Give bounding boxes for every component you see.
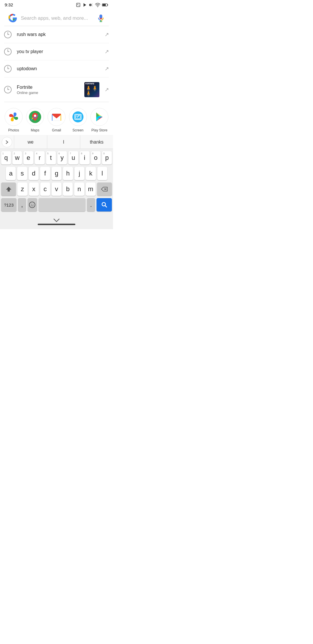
- keyboard-row-2: a s d f g h j k l: [1, 167, 112, 180]
- suggestion-title-4: Fortnite: [17, 85, 81, 90]
- suggestion-text-4: Fortnite Online game: [17, 85, 81, 95]
- svg-line-29: [105, 206, 107, 207]
- key-e[interactable]: 3e: [23, 151, 33, 164]
- suggestion-title-1: rush wars apk: [17, 32, 102, 37]
- app-item-maps[interactable]: Maps: [26, 108, 44, 132]
- suggestion-item-2[interactable]: you tv player ↗: [4, 43, 109, 60]
- svg-rect-7: [107, 4, 108, 5]
- fortnite-thumbnail: FORTNITE 🧍🧍🧍: [84, 82, 99, 97]
- key-k[interactable]: k: [86, 167, 96, 180]
- key-o[interactable]: 9o: [91, 151, 101, 164]
- period-key[interactable]: .: [87, 198, 95, 211]
- playstore-app-label: Play Store: [91, 128, 107, 132]
- app-item-screen[interactable]: Screen: [69, 108, 87, 132]
- word-suggestion-thanks[interactable]: thanks: [80, 135, 113, 149]
- svg-point-26: [31, 204, 32, 205]
- screen-app-label: Screen: [72, 128, 83, 132]
- key-x[interactable]: x: [29, 182, 39, 196]
- key-j[interactable]: j: [74, 167, 84, 180]
- emoji-key[interactable]: [28, 198, 37, 211]
- google-logo: [8, 14, 17, 23]
- history-icon-2: [4, 48, 12, 55]
- playstore-app-icon: [90, 108, 108, 126]
- suggestion-item-3[interactable]: uptodown ↗: [4, 60, 109, 77]
- svg-point-25: [29, 202, 35, 208]
- mic-icon[interactable]: [97, 14, 105, 22]
- word-suggestion-we[interactable]: we: [14, 135, 47, 149]
- status-icons: [76, 3, 108, 7]
- keyboard-hide-button[interactable]: [53, 217, 60, 222]
- history-icon-1: [4, 31, 12, 38]
- app-item-photos[interactable]: Photos: [5, 108, 23, 132]
- key-g[interactable]: g: [52, 167, 61, 180]
- emoji-icon: [29, 201, 36, 208]
- key-v[interactable]: v: [52, 182, 61, 196]
- key-f[interactable]: f: [40, 167, 50, 180]
- wifi-icon: [95, 3, 100, 7]
- home-indicator[interactable]: [38, 224, 75, 225]
- key-u[interactable]: 7u: [68, 151, 78, 164]
- key-i[interactable]: 8i: [80, 151, 90, 164]
- word-suggestions-bar: we I thanks: [0, 135, 113, 149]
- key-rows: 1q 2w 3e 4r 5t 6y 7u 8i 9o 0p a s d f g …: [0, 149, 113, 215]
- suggestion-item-1[interactable]: rush wars apk ↗: [4, 26, 109, 43]
- keyboard-row-3: z x c v b n m: [1, 182, 112, 196]
- key-h[interactable]: h: [63, 167, 73, 180]
- key-a[interactable]: a: [6, 167, 16, 180]
- word-suggestion-i[interactable]: I: [47, 135, 80, 149]
- play-status-icon: [82, 3, 87, 7]
- key-n[interactable]: n: [74, 182, 84, 196]
- suggestion-item-4[interactable]: Fortnite Online game FORTNITE 🧍🧍🧍 ↗: [4, 77, 109, 102]
- space-key[interactable]: [39, 198, 85, 211]
- key-q[interactable]: 1q: [1, 151, 11, 164]
- suggestion-subtitle-4: Online game: [17, 91, 81, 95]
- key-z[interactable]: z: [17, 182, 27, 196]
- photos-icon-svg: [8, 111, 19, 123]
- app-item-gmail[interactable]: Gmail: [48, 108, 65, 132]
- word-suggestions-list: we I thanks: [14, 135, 113, 149]
- search-key-icon: [101, 201, 108, 208]
- search-key[interactable]: [97, 198, 112, 211]
- svg-point-11: [34, 115, 36, 117]
- history-icon-4: [4, 86, 12, 93]
- shift-key[interactable]: [1, 182, 16, 196]
- svg-rect-6: [103, 4, 106, 6]
- comma-key[interactable]: ,: [18, 198, 26, 211]
- keyboard-bottom-row: ?123 , .: [1, 198, 112, 211]
- arrow-icon-1: ↗: [105, 31, 109, 38]
- gmail-icon-svg: [51, 111, 62, 122]
- backspace-key[interactable]: [97, 182, 112, 196]
- backspace-icon: [101, 187, 108, 192]
- key-t[interactable]: 5t: [46, 151, 56, 164]
- search-bar[interactable]: Search apps, web, and more...: [4, 11, 109, 26]
- status-time: 9:32: [5, 2, 13, 7]
- svg-point-27: [33, 204, 33, 205]
- suggestion-title-2: you tv player: [17, 49, 102, 54]
- expand-suggestions-button[interactable]: [0, 135, 14, 149]
- key-p[interactable]: 0p: [102, 151, 112, 164]
- key-w[interactable]: 2w: [12, 151, 22, 164]
- svg-point-12: [31, 119, 32, 120]
- playstore-icon-svg: [94, 111, 105, 122]
- numbers-key[interactable]: ?123: [1, 198, 17, 211]
- shift-icon: [6, 186, 12, 192]
- mute-icon: [89, 3, 93, 7]
- app-item-playstore[interactable]: Play Store: [90, 108, 108, 132]
- key-c[interactable]: c: [40, 182, 50, 196]
- screen-app-icon: [69, 108, 87, 126]
- key-r[interactable]: 4r: [35, 151, 45, 164]
- chevron-down-icon: [53, 218, 60, 222]
- key-b[interactable]: b: [63, 182, 73, 196]
- key-d[interactable]: d: [29, 167, 39, 180]
- search-placeholder[interactable]: Search apps, web, and more...: [21, 15, 97, 21]
- photos-app-icon: [5, 108, 23, 126]
- app-shortcuts-row: Photos Maps Gmail: [0, 102, 113, 135]
- arrow-icon-4: ↗: [105, 86, 109, 93]
- key-l[interactable]: l: [97, 167, 107, 180]
- key-y[interactable]: 6y: [57, 151, 67, 164]
- keyboard-row-1: 1q 2w 3e 4r 5t 6y 7u 8i 9o 0p: [1, 151, 112, 164]
- status-bar: 9:32: [0, 0, 113, 8]
- key-m[interactable]: m: [86, 182, 96, 196]
- key-s[interactable]: s: [17, 167, 27, 180]
- bottom-nav: [0, 215, 113, 229]
